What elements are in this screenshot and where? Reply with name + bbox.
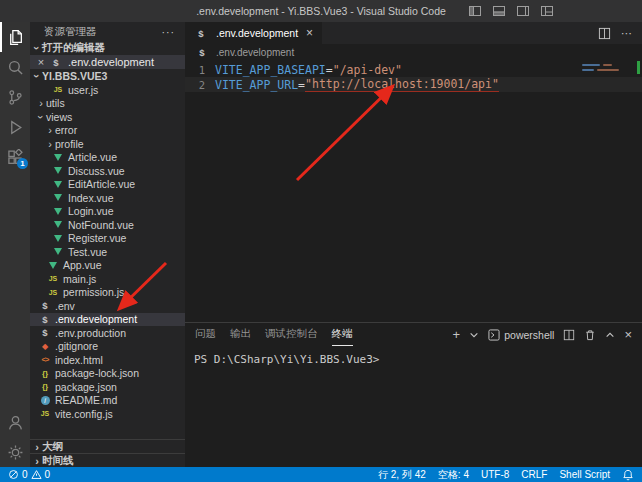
sidebar-explorer: 资源管理器 ··· › 打开的编辑器 × $ .env.development … xyxy=(30,22,185,467)
activity-bar: 1 xyxy=(0,22,30,467)
kill-terminal-trash-icon[interactable] xyxy=(584,329,596,341)
maximize-panel-icon[interactable] xyxy=(605,330,615,340)
env-icon: $ xyxy=(38,300,52,311)
tree-item-article-vue[interactable]: Article.vue xyxy=(30,151,185,165)
layout-controls xyxy=(468,0,554,22)
warning-icon xyxy=(31,469,42,480)
eol-sequence[interactable]: CRLF xyxy=(521,469,547,480)
timeline-section[interactable]: › 时间线 xyxy=(30,453,185,467)
shell-selector[interactable]: powershell xyxy=(488,329,554,341)
tree-item-env-production[interactable]: $.env.production xyxy=(30,326,185,340)
vue-icon xyxy=(51,235,65,242)
tree-item-package-json[interactable]: {}package.json xyxy=(30,380,185,394)
extensions-badge: 1 xyxy=(17,158,28,169)
window-title: .env.development - Yi.BBS.Vue3 - Visual … xyxy=(196,5,446,17)
tree-item-utils[interactable]: ›utils xyxy=(30,97,185,111)
terminal-output[interactable]: PS D:\CSharp\Yi\Yi.BBS.Vue3> xyxy=(185,346,642,366)
vue-icon xyxy=(51,208,65,215)
overview-ruler-modified-mark xyxy=(637,61,640,74)
customize-layout-icon[interactable] xyxy=(540,4,554,18)
explorer-icon[interactable] xyxy=(0,22,30,52)
json-icon: {} xyxy=(38,369,52,378)
tree-item-index-vue[interactable]: Index.vue xyxy=(30,191,185,205)
env-icon: $ xyxy=(195,47,209,58)
settings-gear-icon[interactable] xyxy=(0,437,30,467)
chevron-down-icon: › xyxy=(31,71,43,81)
close-panel-icon[interactable]: × xyxy=(624,328,632,341)
sidebar-header: 资源管理器 ··· xyxy=(30,22,185,41)
chevron-down-icon[interactable] xyxy=(469,330,479,340)
vue-icon xyxy=(51,221,65,228)
chevron-down-icon: › xyxy=(31,43,43,53)
source-control-icon[interactable] xyxy=(0,82,30,112)
tree-item-env[interactable]: $.env xyxy=(30,299,185,313)
language-mode[interactable]: Shell Script xyxy=(559,469,610,480)
vue-icon xyxy=(51,181,65,188)
breadcrumb[interactable]: $ .env.development xyxy=(185,44,642,60)
indentation[interactable]: 空格: 4 xyxy=(438,468,469,482)
new-terminal-icon[interactable]: + xyxy=(453,328,461,341)
vue-icon xyxy=(51,194,65,201)
tree-item-views[interactable]: ›views xyxy=(30,110,185,124)
tree-item-error[interactable]: ›error xyxy=(30,124,185,138)
tree-item-login-vue[interactable]: Login.vue xyxy=(30,205,185,219)
vue-icon xyxy=(46,262,60,269)
notifications-bell-icon[interactable] xyxy=(622,469,634,481)
tab-output[interactable]: 输出 xyxy=(230,323,251,346)
toggle-sidebar-icon[interactable] xyxy=(468,4,482,18)
toggle-secondary-sidebar-icon[interactable] xyxy=(516,4,530,18)
tree-item-app-vue[interactable]: App.vue xyxy=(30,259,185,273)
tree-item-editarticle-vue[interactable]: EditArticle.vue xyxy=(30,178,185,192)
encoding[interactable]: UTF-8 xyxy=(481,469,509,480)
tree-item-vite-config-js[interactable]: JSvite.config.js xyxy=(30,407,185,421)
tree-item-gitignore[interactable]: ◆.gitignore xyxy=(30,340,185,354)
tree-item-profile[interactable]: ›profile xyxy=(30,137,185,151)
chevron-right-icon: › xyxy=(32,441,42,453)
tree-item-readme-md[interactable]: iREADME.md xyxy=(30,394,185,408)
js-icon: JS xyxy=(38,410,52,417)
close-icon[interactable]: × xyxy=(35,56,47,68)
tree-item-package-lock-json[interactable]: {}package-lock.json xyxy=(30,367,185,381)
status-bar: 0 0 行 2, 列 42 空格: 4 UTF-8 CRLF Shell Scr… xyxy=(0,467,642,482)
tree-item-notfound-vue[interactable]: NotFound.vue xyxy=(30,218,185,232)
toggle-panel-icon[interactable] xyxy=(492,4,506,18)
tree-item-register-vue[interactable]: Register.vue xyxy=(30,232,185,246)
tree-item-main-js[interactable]: JSmain.js xyxy=(30,272,185,286)
tree-item-permission-js[interactable]: JSpermission.js xyxy=(30,286,185,300)
panel-tab-bar: 问题 输出 调试控制台 终端 + powershell × xyxy=(185,323,642,346)
terminal-prompt: PS D:\CSharp\Yi\Yi.BBS.Vue3> xyxy=(194,353,379,366)
minimap[interactable] xyxy=(582,64,628,74)
chevron-right-icon: › xyxy=(32,455,42,467)
tree-item-test-vue[interactable]: Test.vue xyxy=(30,245,185,259)
error-icon xyxy=(8,469,19,480)
editor-tab-bar: $ .env.development × ⋯ xyxy=(185,22,642,44)
file-tree: JSuser.js ›utils ›views ›error ›profile … xyxy=(30,83,185,439)
open-editors-section[interactable]: › 打开的编辑器 xyxy=(30,41,185,55)
tree-item-env-development[interactable]: $.env.development xyxy=(30,313,185,327)
open-editor-item[interactable]: × $ .env.development xyxy=(30,55,185,69)
tree-item-discuss-vue[interactable]: Discuss.vue xyxy=(30,164,185,178)
chevron-down-icon: › xyxy=(35,112,47,122)
split-terminal-icon[interactable] xyxy=(563,329,575,341)
search-icon[interactable] xyxy=(0,52,30,82)
cursor-position[interactable]: 行 2, 列 42 xyxy=(378,468,426,482)
close-icon[interactable]: × xyxy=(306,26,313,40)
tab-env-development[interactable]: $ .env.development × xyxy=(185,22,323,44)
extensions-icon[interactable]: 1 xyxy=(0,142,30,172)
account-icon[interactable] xyxy=(0,407,30,437)
terminal-icon xyxy=(488,329,500,341)
code-editor[interactable]: 1VITE_APP_BASEAPI="/api-dev" 2VITE_APP_U… xyxy=(185,60,642,322)
split-editor-icon[interactable] xyxy=(598,27,611,40)
run-debug-icon[interactable] xyxy=(0,112,30,142)
outline-section[interactable]: › 大纲 xyxy=(30,439,185,453)
problems-indicator[interactable]: 0 0 xyxy=(8,469,50,480)
tree-item-index-html[interactable]: <>index.html xyxy=(30,353,185,367)
project-section[interactable]: › YI.BBS.VUE3 xyxy=(30,69,185,83)
tab-problems[interactable]: 问题 xyxy=(195,323,216,346)
tab-terminal[interactable]: 终端 xyxy=(332,323,353,346)
tree-item-user-js[interactable]: JSuser.js xyxy=(30,83,185,97)
more-actions-icon[interactable]: ⋯ xyxy=(621,27,632,40)
more-actions-icon[interactable]: ··· xyxy=(162,26,176,38)
tab-debug-console[interactable]: 调试控制台 xyxy=(265,323,318,346)
chevron-right-icon: › xyxy=(45,138,55,150)
